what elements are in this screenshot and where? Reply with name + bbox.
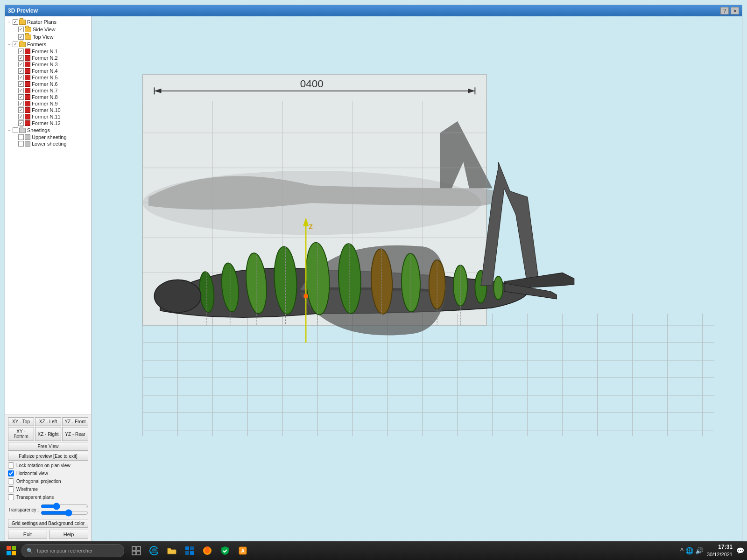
edge-icon xyxy=(149,546,159,556)
svg-point-74 xyxy=(155,280,201,312)
windows-logo-icon xyxy=(6,546,16,556)
lock-rotation-row[interactable]: Lock rotation on plan view xyxy=(8,462,88,469)
notification-icon[interactable]: 💬 xyxy=(736,547,744,554)
tree-item-sheetings[interactable]: − Sheetings xyxy=(5,126,91,134)
color-f11 xyxy=(25,114,30,119)
transparency-slider2[interactable] xyxy=(41,510,88,516)
cb-f11[interactable] xyxy=(18,114,24,119)
tree-item-former-6[interactable]: Former N.6 xyxy=(5,81,91,87)
xy-bottom-button[interactable]: XY - Bottom xyxy=(8,427,34,441)
folder-taskbar-icon xyxy=(167,546,177,556)
folder-icon-formers xyxy=(19,42,26,47)
tree-item-former-3[interactable]: Former N.3 xyxy=(5,61,91,68)
help-button[interactable]: ? xyxy=(720,7,729,14)
tree-item-former-8[interactable]: Former N.8 xyxy=(5,94,91,100)
exit-button[interactable]: Exit xyxy=(8,530,47,539)
grid-settings-button[interactable]: Grid settings and Background color xyxy=(8,519,88,528)
cb-f12[interactable] xyxy=(18,120,24,126)
cb-f2[interactable] xyxy=(18,55,24,61)
taskbar-icon-shield[interactable] xyxy=(217,542,233,559)
former-2-label: Former N.2 xyxy=(32,55,58,61)
cb-f10[interactable] xyxy=(18,107,24,113)
cb-f5[interactable] xyxy=(18,75,24,80)
tree-item-side-view[interactable]: Side View xyxy=(5,26,91,33)
cb-sheetings[interactable] xyxy=(13,127,18,133)
taskbar-icon-app[interactable]: A xyxy=(234,542,251,559)
svg-rect-82 xyxy=(137,551,141,555)
network-icon[interactable]: 🌐 xyxy=(685,547,693,554)
start-button[interactable] xyxy=(3,544,20,558)
former-8-label: Former N.8 xyxy=(32,94,58,100)
cb-side-view[interactable] xyxy=(18,27,24,32)
transparent-checkbox[interactable] xyxy=(8,494,14,500)
horizontal-view-checkbox[interactable] xyxy=(8,470,14,476)
taskbar-icon-folder[interactable] xyxy=(163,542,180,559)
cb-f9[interactable] xyxy=(18,101,24,106)
cb-f1[interactable] xyxy=(18,49,24,54)
cb-f7[interactable] xyxy=(18,88,24,93)
svg-rect-78 xyxy=(12,551,16,555)
tree-item-former-10[interactable]: Former N.10 xyxy=(5,107,91,113)
taskbar-icon-firefox[interactable] xyxy=(199,542,216,559)
orthogonal-row[interactable]: Orthogonal projection xyxy=(8,477,88,485)
tree-item-former-1[interactable]: Former N.1 xyxy=(5,48,91,55)
xz-right-button[interactable]: XZ - Right xyxy=(35,427,61,441)
fullsize-button[interactable]: Fullsize preview [Esc to exit] xyxy=(8,452,88,461)
yz-front-button[interactable]: YZ - Front xyxy=(62,417,88,426)
cb-lower[interactable] xyxy=(18,141,24,147)
expand-sheetings[interactable]: − xyxy=(6,127,13,133)
orthogonal-checkbox[interactable] xyxy=(8,478,14,484)
tree-item-upper-sheeting[interactable]: Upper sheeting xyxy=(5,134,91,140)
taskbar-icon-task-view[interactable] xyxy=(128,542,145,559)
horizontal-view-row[interactable]: Horizontal view xyxy=(8,469,88,477)
cb-top-view[interactable] xyxy=(18,34,24,40)
tree-item-formers[interactable]: − Formers xyxy=(5,41,91,48)
wireframe-row[interactable]: Wireframe xyxy=(8,485,88,493)
transparent-row[interactable]: Transparent plans xyxy=(8,493,88,501)
cb-raster[interactable] xyxy=(13,19,18,25)
firefox-icon xyxy=(202,546,212,556)
cb-f3[interactable] xyxy=(18,62,24,67)
xy-top-button[interactable]: XY - Top xyxy=(8,417,34,426)
help-button-bottom[interactable]: Help xyxy=(49,530,88,539)
xz-left-button[interactable]: XZ - Left xyxy=(35,417,61,426)
lock-rotation-checkbox[interactable] xyxy=(8,462,14,469)
former-3-label: Former N.3 xyxy=(32,62,58,67)
taskbar-icon-edge[interactable] xyxy=(146,542,162,559)
caret-icon[interactable]: ^ xyxy=(680,547,684,554)
expand-raster[interactable]: − xyxy=(6,19,13,25)
tree-item-former-5[interactable]: Former N.5 xyxy=(5,74,91,81)
tree-item-raster-plans[interactable]: − Raster Plans xyxy=(5,18,91,26)
tree-item-former-2[interactable]: Former N.2 xyxy=(5,55,91,61)
tree-item-former-11[interactable]: Former N.11 xyxy=(5,113,91,120)
clock[interactable]: 17:31 30/12/2021 xyxy=(707,544,733,558)
cb-f6[interactable] xyxy=(18,81,24,87)
speaker-icon[interactable]: 🔊 xyxy=(695,547,703,554)
orthogonal-label: Orthogonal projection xyxy=(16,479,61,484)
window-controls: ? ✕ xyxy=(720,7,739,14)
cb-f8[interactable] xyxy=(18,94,24,100)
shield-taskbar-icon xyxy=(220,546,230,556)
tree-item-top-view[interactable]: Top View xyxy=(5,33,91,41)
expand-formers[interactable]: − xyxy=(6,41,13,48)
folder-icon-sheetings xyxy=(19,128,26,133)
yz-rear-button[interactable]: YZ - Rear xyxy=(62,427,88,441)
tree-item-former-9[interactable]: Former N.9 xyxy=(5,100,91,107)
tree-item-former-4[interactable]: Former N.4 xyxy=(5,68,91,74)
cb-formers[interactable] xyxy=(13,42,18,47)
taskbar-icon-store[interactable] xyxy=(181,542,198,559)
tree-item-lower-sheeting[interactable]: Lower sheeting xyxy=(5,140,91,147)
wireframe-checkbox[interactable] xyxy=(8,486,14,492)
3d-viewport[interactable]: 0400 xyxy=(92,16,742,541)
slider-container xyxy=(41,503,88,516)
search-bar[interactable]: 🔍 Taper ici pour rechercher xyxy=(21,544,124,557)
taskbar-right: ^ 🌐 🔊 17:31 30/12/2021 💬 xyxy=(680,544,744,558)
cb-upper[interactable] xyxy=(18,134,24,140)
tree-item-former-7[interactable]: Former N.7 xyxy=(5,87,91,94)
close-button[interactable]: ✕ xyxy=(731,7,739,14)
clock-time: 17:31 xyxy=(707,544,733,551)
transparency-slider[interactable] xyxy=(41,503,88,510)
tree-item-former-12[interactable]: Former N.12 xyxy=(5,120,91,126)
cb-f4[interactable] xyxy=(18,68,24,74)
free-view-button[interactable]: Free View xyxy=(8,442,88,451)
